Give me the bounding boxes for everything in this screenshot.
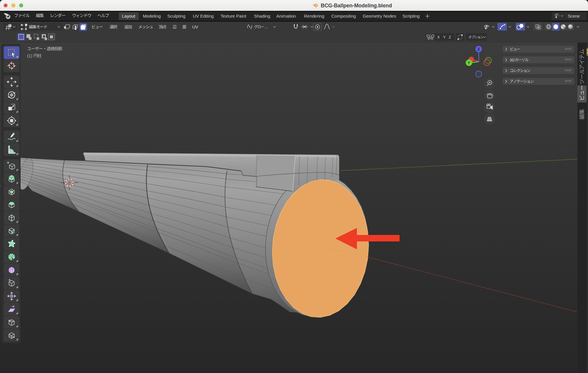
svg-text:X: X <box>437 35 440 39</box>
svg-text:Animation: Animation <box>276 14 296 19</box>
svg-text:Geometry Nodes: Geometry Nodes <box>363 14 396 19</box>
svg-text:Y: Y <box>443 35 446 39</box>
svg-text:(1): (1) <box>27 53 32 58</box>
svg-text:Compositing: Compositing <box>331 14 356 19</box>
svg-text:...: ... <box>265 25 268 29</box>
svg-text:Layout: Layout <box>122 14 136 19</box>
svg-text:Modeling: Modeling <box>143 14 161 19</box>
svg-text:Scene: Scene <box>568 14 580 19</box>
svg-text:Texture Paint: Texture Paint <box>220 14 246 19</box>
svg-text:Sculpting: Sculpting <box>167 14 186 19</box>
svg-text:BCG-Ballpen-Modeling.blend: BCG-Ballpen-Modeling.blend <box>321 3 392 9</box>
svg-text:3D: 3D <box>510 58 515 62</box>
svg-text:Rendering: Rendering <box>304 14 324 19</box>
svg-text:Shading: Shading <box>254 14 270 19</box>
svg-text:UV Editing: UV Editing <box>193 14 214 19</box>
svg-text:UV: UV <box>192 25 198 29</box>
svg-text:Z: Z <box>449 35 451 39</box>
svg-text:Y: Y <box>468 61 470 65</box>
svg-text:Scripting: Scripting <box>402 14 420 19</box>
svg-text:Z: Z <box>477 47 480 51</box>
